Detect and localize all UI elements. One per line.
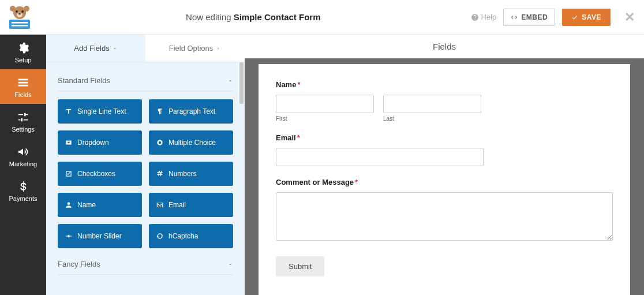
nav-fields[interactable]: Fields <box>0 69 46 104</box>
field-numbers[interactable]: Numbers <box>149 162 233 186</box>
first-sublabel: First <box>276 115 374 122</box>
bullhorn-icon <box>17 145 29 158</box>
captcha-icon <box>156 232 164 240</box>
chevron-down-icon <box>227 78 233 84</box>
preview-field-email: Email* <box>276 133 613 166</box>
field-dropdown[interactable]: Dropdown <box>58 130 142 155</box>
last-name-input[interactable] <box>383 95 481 113</box>
checkbox-icon <box>65 170 73 178</box>
name-label: Name* <box>276 80 300 89</box>
chevron-down-icon <box>112 46 118 51</box>
nav-payments[interactable]: Payments <box>0 173 46 208</box>
section-standard-fields[interactable]: Standard Fields <box>58 70 233 91</box>
first-name-input[interactable] <box>276 95 374 113</box>
svg-point-6 <box>18 13 21 14</box>
tab-add-fields[interactable]: Add Fields <box>46 35 145 62</box>
dollar-icon <box>17 180 29 193</box>
code-icon <box>511 14 518 21</box>
help-link[interactable]: Help <box>471 13 497 21</box>
svg-point-3 <box>16 10 18 13</box>
email-label: Email* <box>276 133 300 142</box>
user-icon <box>65 201 73 209</box>
svg-rect-7 <box>9 20 30 29</box>
svg-rect-9 <box>12 25 28 27</box>
chevron-down-icon <box>227 262 233 267</box>
tab-field-options[interactable]: Field Options <box>145 35 245 62</box>
hash-icon <box>156 170 164 178</box>
check-icon <box>571 14 578 21</box>
section-fancy-fields[interactable]: Fancy Fields <box>58 254 233 275</box>
envelope-icon <box>156 201 164 209</box>
embed-button[interactable]: EMBED <box>503 9 555 26</box>
svg-point-2 <box>24 6 29 12</box>
chevron-right-icon <box>215 46 221 51</box>
paragraph-icon <box>156 107 164 115</box>
list-icon <box>17 76 29 89</box>
radio-icon <box>156 139 164 147</box>
field-paragraph-text[interactable]: Paragraph Text <box>149 99 233 124</box>
submit-button[interactable]: Submit <box>276 256 324 277</box>
field-email[interactable]: Email <box>149 193 233 217</box>
scrollbar-thumb[interactable] <box>239 62 244 104</box>
sliders-icon <box>17 111 29 124</box>
comment-textarea[interactable] <box>276 192 613 241</box>
email-input[interactable] <box>276 148 484 166</box>
slider-icon <box>65 232 73 240</box>
help-icon <box>471 13 479 21</box>
fields-panel: Add Fields Field Options Standard Fields… <box>46 35 245 295</box>
gear-icon <box>17 42 29 54</box>
text-icon <box>65 107 73 115</box>
field-checkboxes[interactable]: Checkboxes <box>58 162 142 186</box>
field-number-slider[interactable]: Number Slider <box>58 224 142 248</box>
field-name[interactable]: Name <box>58 193 142 217</box>
save-button[interactable]: SAVE <box>562 9 611 26</box>
dropdown-icon <box>65 139 73 147</box>
topbar: Now editing Simple Contact Form Help EMB… <box>0 0 644 35</box>
svg-rect-8 <box>12 22 28 24</box>
preview-field-comment: Comment or Message* <box>276 178 613 242</box>
canvas-title: Fields <box>245 35 644 58</box>
app-logo-icon <box>3 3 36 31</box>
form-canvas: Fields Name* First Last <box>245 35 644 295</box>
nav-setup[interactable]: Setup <box>0 35 46 69</box>
last-sublabel: Last <box>383 115 481 122</box>
field-hcaptcha[interactable]: hCaptcha <box>149 224 233 248</box>
nav-settings[interactable]: Settings <box>0 104 46 139</box>
comment-label: Comment or Message* <box>276 178 358 186</box>
page-title: Now editing Simple Contact Form <box>36 12 471 22</box>
nav-marketing[interactable]: Marketing <box>0 139 46 173</box>
svg-point-4 <box>21 10 24 13</box>
close-icon[interactable]: ✕ <box>624 10 635 25</box>
preview-field-name: Name* First Last <box>276 80 613 122</box>
field-single-line-text[interactable]: Single Line Text <box>58 99 142 124</box>
sidenav: Setup Fields Settings Marketing Payments <box>0 35 46 295</box>
svg-point-1 <box>10 6 16 12</box>
field-multiple-choice[interactable]: Multiple Choice <box>149 130 233 155</box>
